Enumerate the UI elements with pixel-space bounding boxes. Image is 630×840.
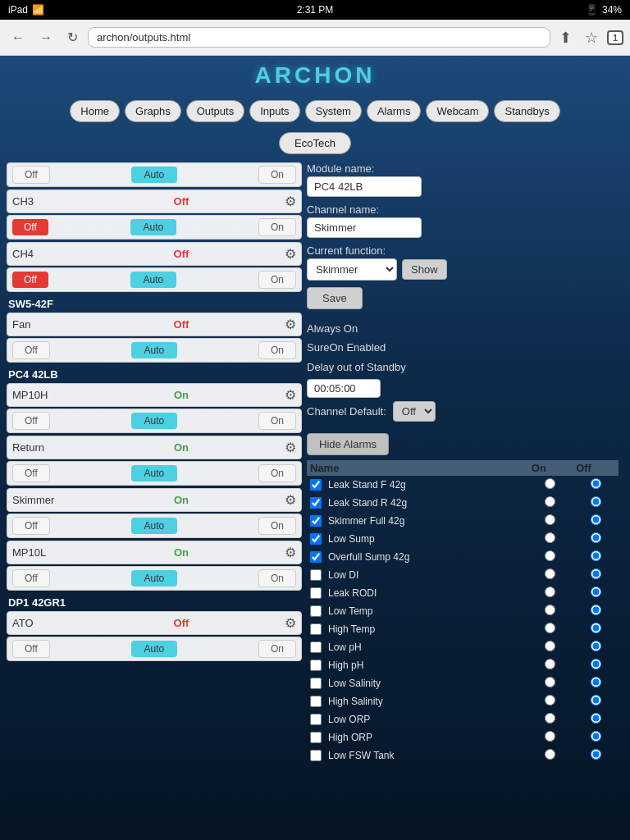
mp10l-btn-off[interactable]: Off [12, 569, 50, 587]
alarm-checkbox[interactable] [310, 732, 322, 743]
alarm-radio-off[interactable] [591, 695, 601, 705]
function-select[interactable]: Skimmer Return Fan Heater Light [307, 258, 397, 281]
forward-button[interactable]: → [34, 29, 57, 47]
alarm-radio-off[interactable] [591, 659, 601, 669]
ato-btn-off[interactable]: Off [12, 640, 50, 658]
nav-graphs[interactable]: Graphs [125, 100, 181, 122]
alarm-radio-off[interactable] [591, 478, 601, 489]
alarm-checkbox[interactable] [310, 587, 322, 599]
channel-default-select[interactable]: Off On [393, 401, 436, 422]
alarm-radio-off[interactable] [591, 568, 601, 579]
alarm-radio-on[interactable] [545, 749, 555, 760]
return-btn-on[interactable]: On [258, 464, 296, 482]
btn-auto-top[interactable]: Auto [131, 167, 178, 183]
refresh-button[interactable]: ↻ [62, 28, 83, 47]
back-button[interactable]: ← [7, 29, 30, 47]
alarm-radio-off[interactable] [591, 496, 601, 507]
mp10l-gear-icon[interactable]: ⚙ [285, 545, 296, 560]
return-btn-off[interactable]: Off [12, 464, 50, 482]
nav-home[interactable]: Home [70, 100, 120, 122]
delay-time-input[interactable] [307, 379, 381, 398]
alarm-radio-off[interactable] [591, 713, 601, 724]
nav-system[interactable]: System [305, 100, 362, 122]
bookmark-button[interactable]: ☆ [581, 27, 602, 48]
ch3-btn-on[interactable]: On [258, 218, 296, 236]
ch4-btn-auto[interactable]: Auto [130, 272, 177, 288]
alarm-radio-on[interactable] [545, 478, 555, 489]
alarm-radio-off[interactable] [591, 514, 601, 525]
alarm-checkbox[interactable] [310, 623, 322, 635]
ch4-btn-on[interactable]: On [258, 271, 296, 289]
return-gear-icon[interactable]: ⚙ [285, 440, 296, 455]
alarm-radio-on[interactable] [545, 605, 555, 615]
alarm-radio-on[interactable] [545, 659, 555, 669]
alarm-checkbox[interactable] [310, 660, 322, 671]
mp10l-btn-auto[interactable]: Auto [131, 570, 178, 587]
alarm-radio-off[interactable] [591, 605, 601, 615]
alarm-radio-off[interactable] [591, 731, 601, 742]
alarm-radio-on[interactable] [545, 496, 555, 507]
alarm-checkbox[interactable] [310, 605, 322, 617]
alarm-radio-on[interactable] [545, 623, 555, 633]
alarm-radio-on[interactable] [545, 713, 555, 724]
share-button[interactable]: ⬆ [555, 27, 576, 48]
mp10h-btn-on[interactable]: On [258, 412, 296, 430]
nav-outputs[interactable]: Outputs [186, 100, 245, 122]
mp10h-gear-icon[interactable]: ⚙ [285, 387, 296, 403]
ato-gear-icon[interactable]: ⚙ [285, 615, 296, 631]
alarm-radio-off[interactable] [591, 677, 601, 687]
alarm-radio-on[interactable] [545, 677, 555, 687]
ecotech-button[interactable]: EcoTech [279, 132, 351, 154]
alarm-checkbox[interactable] [310, 497, 322, 509]
alarm-checkbox[interactable] [310, 750, 322, 761]
url-input[interactable] [88, 27, 550, 48]
alarm-radio-on[interactable] [545, 568, 555, 579]
skimmer-gear-icon[interactable]: ⚙ [285, 492, 296, 508]
channel-name-input[interactable] [307, 217, 422, 238]
module-name-input[interactable] [307, 176, 422, 197]
nav-alarms[interactable]: Alarms [367, 100, 421, 122]
btn-on-top[interactable]: On [258, 166, 296, 184]
show-button[interactable]: Show [402, 259, 447, 280]
alarm-checkbox[interactable] [310, 569, 322, 581]
mp10h-btn-auto[interactable]: Auto [131, 413, 178, 429]
alarm-radio-off[interactable] [591, 641, 601, 651]
alarm-radio-off[interactable] [591, 749, 601, 760]
alarm-radio-off[interactable] [591, 587, 601, 597]
ch4-btn-off[interactable]: Off [12, 272, 48, 288]
mp10h-btn-off[interactable]: Off [12, 412, 50, 430]
alarm-checkbox[interactable] [310, 714, 322, 725]
ch3-btn-off[interactable]: Off [12, 219, 48, 235]
save-button[interactable]: Save [307, 287, 363, 309]
fan-gear-icon[interactable]: ⚙ [285, 317, 296, 332]
alarm-radio-on[interactable] [545, 731, 555, 742]
alarm-radio-on[interactable] [545, 514, 555, 525]
alarm-radio-off[interactable] [591, 550, 601, 561]
tab-count[interactable]: 1 [607, 30, 623, 45]
fan-btn-on[interactable]: On [258, 341, 296, 359]
fan-btn-off[interactable]: Off [12, 341, 50, 359]
btn-off-top[interactable]: Off [12, 166, 50, 184]
alarm-radio-on[interactable] [545, 532, 555, 543]
alarm-radio-off[interactable] [591, 623, 601, 633]
alarm-radio-on[interactable] [545, 550, 555, 561]
alarm-checkbox[interactable] [310, 533, 322, 545]
alarm-radio-on[interactable] [545, 641, 555, 651]
nav-inputs[interactable]: Inputs [249, 100, 299, 122]
alarm-checkbox[interactable] [310, 479, 322, 491]
alarm-radio-on[interactable] [545, 587, 555, 597]
fan-btn-auto[interactable]: Auto [131, 342, 178, 358]
ch3-btn-auto[interactable]: Auto [130, 219, 177, 235]
ato-btn-auto[interactable]: Auto [131, 641, 178, 657]
return-btn-auto[interactable]: Auto [131, 465, 178, 482]
alarm-checkbox[interactable] [310, 641, 322, 653]
alarm-radio-off[interactable] [591, 532, 601, 543]
skimmer-btn-off[interactable]: Off [12, 517, 50, 535]
skimmer-btn-on[interactable]: On [258, 517, 296, 535]
alarm-checkbox[interactable] [310, 515, 322, 527]
ch3-gear-icon[interactable]: ⚙ [285, 194, 296, 209]
ato-btn-on[interactable]: On [258, 640, 296, 658]
nav-standbys[interactable]: Standbys [494, 100, 559, 122]
nav-webcam[interactable]: Webcam [426, 100, 489, 122]
alarm-checkbox[interactable] [310, 551, 322, 563]
